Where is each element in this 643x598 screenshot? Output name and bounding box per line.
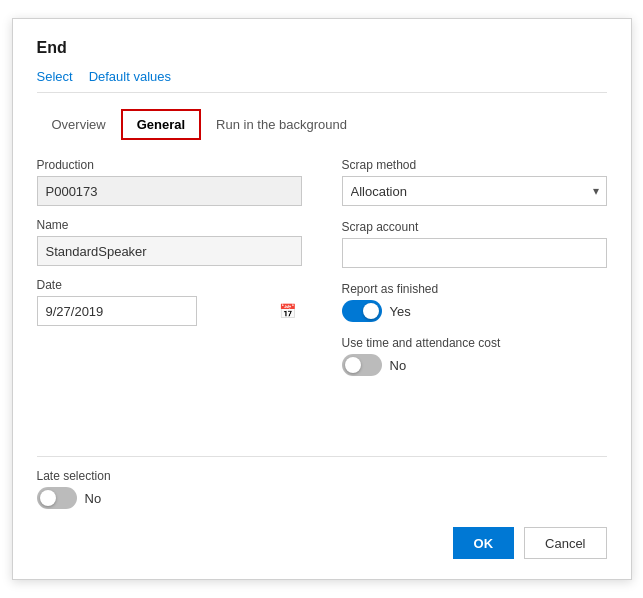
report-finished-field-group: Report as finished Yes (342, 282, 607, 322)
scrap-method-select[interactable]: Allocation BOM line None (342, 176, 607, 206)
late-selection-label: Late selection (37, 469, 607, 483)
name-field-group: Name (37, 218, 302, 266)
time-attendance-field-group: Use time and attendance cost No (342, 336, 607, 376)
scrap-method-field-group: Scrap method Allocation BOM line None ▾ (342, 158, 607, 206)
bottom-section: Late selection No (37, 456, 607, 509)
toggle-knob-2 (345, 357, 361, 373)
production-input[interactable] (37, 176, 302, 206)
late-selection-toggle-row: No (37, 487, 607, 509)
report-finished-toggle-row: Yes (342, 300, 607, 322)
time-attendance-label: Use time and attendance cost (342, 336, 607, 350)
end-dialog: End Select Default values Overview Gener… (12, 18, 632, 580)
right-section: Scrap method Allocation BOM line None ▾ … (342, 158, 607, 376)
calendar-icon[interactable]: 📅 (279, 303, 296, 319)
name-label: Name (37, 218, 302, 232)
default-values-link[interactable]: Default values (89, 69, 171, 84)
time-attendance-toggle[interactable] (342, 354, 382, 376)
date-input[interactable] (37, 296, 197, 326)
ok-button[interactable]: OK (453, 527, 515, 559)
report-finished-toggle[interactable] (342, 300, 382, 322)
nav-links: Select Default values (37, 69, 607, 93)
form-grid: Production Name Date 📅 Scrap method (37, 158, 607, 376)
late-selection-value: No (85, 491, 102, 506)
scrap-method-label: Scrap method (342, 158, 607, 172)
late-selection-toggle[interactable] (37, 487, 77, 509)
tab-general[interactable]: General (121, 109, 201, 140)
time-attendance-value: No (390, 358, 407, 373)
left-section: Production Name Date 📅 (37, 158, 302, 376)
toggle-knob (363, 303, 379, 319)
tab-overview[interactable]: Overview (37, 110, 121, 139)
tab-run-background[interactable]: Run in the background (201, 110, 362, 139)
production-field-group: Production (37, 158, 302, 206)
date-label: Date (37, 278, 302, 292)
date-field-group: Date 📅 (37, 278, 302, 326)
name-input[interactable] (37, 236, 302, 266)
dialog-title: End (37, 39, 607, 57)
scrap-account-field-group: Scrap account (342, 220, 607, 268)
tab-bar: Overview General Run in the background (37, 109, 607, 140)
toggle-knob-3 (40, 490, 56, 506)
scrap-account-label: Scrap account (342, 220, 607, 234)
production-label: Production (37, 158, 302, 172)
cancel-button[interactable]: Cancel (524, 527, 606, 559)
footer-actions: OK Cancel (37, 527, 607, 559)
report-finished-value: Yes (390, 304, 411, 319)
date-wrapper: 📅 (37, 296, 302, 326)
scrap-method-wrapper: Allocation BOM line None ▾ (342, 176, 607, 206)
time-attendance-toggle-row: No (342, 354, 607, 376)
report-finished-label: Report as finished (342, 282, 607, 296)
select-link[interactable]: Select (37, 69, 73, 84)
scrap-account-input[interactable] (342, 238, 607, 268)
late-selection-field-group: Late selection No (37, 469, 607, 509)
